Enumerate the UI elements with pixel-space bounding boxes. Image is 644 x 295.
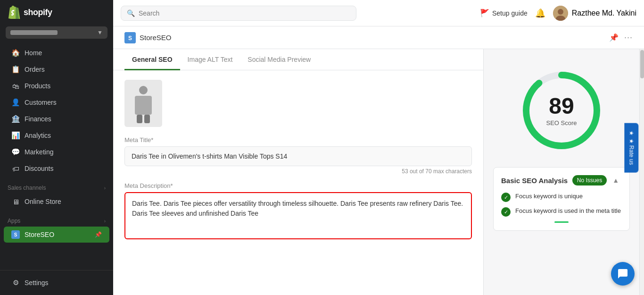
apps-chevron-icon: › [104,219,106,224]
sidebar-item-marketing[interactable]: 💬 Marketing [4,144,109,160]
store-selector[interactable]: ▼ [6,26,107,39]
online-store-icon: 🖥 [11,197,20,206]
sidebar-item-products-label: Products [25,82,50,90]
sidebar-item-settings[interactable]: ⚙ Settings [4,275,109,291]
sidebar-item-analytics-label: Analytics [25,132,51,139]
chat-icon [617,268,628,279]
store-selector-text [10,30,58,35]
seo-analysis-title: Basic SEO Analysis [501,177,568,185]
settings-icon: ⚙ [11,278,20,287]
analysis-item-title: ✓ Focus keyword is used in the meta titl… [501,207,622,217]
meta-description-field[interactable]: Daris Tee. Daris Tee pieces offer versat… [124,192,472,239]
topbar-right: 🚩 Setup guide 🔔 Razthee Md. Yakini [480,6,636,21]
store-selector-chevron-icon: ▼ [97,29,103,36]
scrollbar-track[interactable] [639,49,644,295]
sidebar-item-analytics[interactable]: 📊 Analytics [4,127,109,143]
search-input[interactable] [139,9,350,17]
sidebar-item-home[interactable]: 🏠 Home [4,45,109,61]
app-pin-button[interactable]: 📌 [609,33,619,42]
no-issues-badge: No Issues [572,175,607,185]
apps-label[interactable]: Apps › [0,214,113,226]
collapse-button[interactable]: ▲ [610,176,622,185]
shopify-logo[interactable]: shopify [8,6,52,19]
analysis-item-unique: ✓ Focus keyword is unique [501,192,622,202]
meta-title-label: Meta Title* [124,136,472,143]
chat-button[interactable] [611,262,635,286]
tab-social-media-preview[interactable]: Social Media Preview [240,49,318,70]
analytics-icon: 📊 [11,131,20,140]
sidebar-item-home-label: Home [25,49,42,57]
seo-form: Meta Title* Daris Tee in Olivemen's t-sh… [113,70,483,249]
sidebar-item-online-store[interactable]: 🖥 Online Store [4,194,109,210]
seo-score-circle: 89 SEO Score [519,68,604,153]
sidebar-item-marketing-label: Marketing [25,148,53,156]
sidebar-bottom: ⚙ Settings [0,270,113,295]
app-header-left: S StoreSEO [124,32,172,43]
topbar: 🔍 🚩 Setup guide 🔔 Razthee Md. Yakini [113,0,644,26]
sidebar-item-storeseo[interactable]: S StoreSEO 📌 [4,227,109,243]
analysis-text-unique: Focus keyword is unique [515,192,583,201]
finances-icon: 🏦 [11,115,20,123]
analysis-text-title: Focus keyword is used in the meta title [515,207,621,215]
sales-channels-chevron-icon: › [104,185,106,191]
setup-guide-button[interactable]: 🚩 Setup guide [480,8,528,17]
sidebar-item-finances[interactable]: 🏦 Finances [4,111,109,127]
svg-point-1 [558,9,563,15]
rate-us-button[interactable]: ★ ★ Rate us [625,123,639,172]
sales-channels-section: Sales channels › 🖥 Online Store [0,179,113,212]
products-icon: 🛍 [11,82,20,90]
tabs-bar: General SEO Image ALT Text Social Media … [113,49,483,70]
sidebar: shopify ▼ 🏠 Home 📋 Orders 🛍 Products 👤 C… [0,0,113,295]
sidebar-item-discounts[interactable]: 🏷 Discounts [4,160,109,177]
scrollbar-thumb[interactable] [640,50,644,78]
score-text: 89 SEO Score [546,95,577,126]
rate-us-label: ★ Rate us [628,138,635,165]
svg-rect-7 [135,96,152,115]
app-more-button[interactable]: ··· [624,33,633,42]
sales-channels-label[interactable]: Sales channels › [0,181,113,193]
product-image-svg [124,80,162,127]
sidebar-top: shopify [0,0,113,25]
sidebar-item-products[interactable]: 🛍 Products [4,78,109,94]
sidebar-item-customers-label: Customers [25,99,57,106]
sidebar-item-settings-label: Settings [25,279,49,287]
content-body: General SEO Image ALT Text Social Media … [113,49,644,295]
svg-rect-9 [144,115,150,123]
tab-image-alt-text[interactable]: Image ALT Text [180,49,240,70]
sidebar-item-finances-label: Finances [25,115,51,123]
orders-icon: 📋 [11,65,20,74]
shopify-wordmark: shopify [24,8,52,17]
tab-general-seo[interactable]: General SEO [124,49,180,70]
search-icon: 🔍 [127,9,135,17]
sidebar-item-discounts-label: Discounts [25,165,53,172]
avatar-image [553,6,568,21]
star-icon: ★ [628,130,635,135]
product-image [124,80,162,127]
marketing-icon: 💬 [11,148,20,156]
notifications-icon[interactable]: 🔔 [535,8,545,18]
meta-description-label: Meta Description* [124,182,472,189]
left-panel: General SEO Image ALT Text Social Media … [113,49,484,295]
shopify-logo-icon [8,6,21,19]
seo-analysis-header: Basic SEO Analysis No Issues ▲ [501,175,622,185]
user-menu[interactable]: Razthee Md. Yakini [553,6,636,21]
svg-point-6 [139,86,148,94]
avatar [553,6,568,21]
check-icon-title: ✓ [501,207,511,217]
seo-analysis-panel: Basic SEO Analysis No Issues ▲ ✓ Focus k… [493,167,630,231]
char-count: 53 out of 70 max characters [124,168,472,175]
discounts-icon: 🏷 [11,164,20,173]
more-indicator [554,221,569,223]
search-bar[interactable]: 🔍 [121,6,356,21]
setup-guide-icon: 🚩 [480,8,489,17]
customers-icon: 👤 [11,98,20,107]
sidebar-item-customers[interactable]: 👤 Customers [4,94,109,110]
svg-rect-8 [137,115,142,123]
meta-title-field[interactable]: Daris Tee in Olivemen's t-shirts Man Vis… [124,146,472,166]
sidebar-item-online-store-label: Online Store [25,198,61,205]
sidebar-item-orders[interactable]: 📋 Orders [4,61,109,77]
storeseo-pin-icon: 📌 [95,231,102,238]
score-label: SEO Score [546,119,577,126]
main-nav: 🏠 Home 📋 Orders 🛍 Products 👤 Customers 🏦… [0,42,113,179]
app-title: StoreSEO [140,34,172,42]
